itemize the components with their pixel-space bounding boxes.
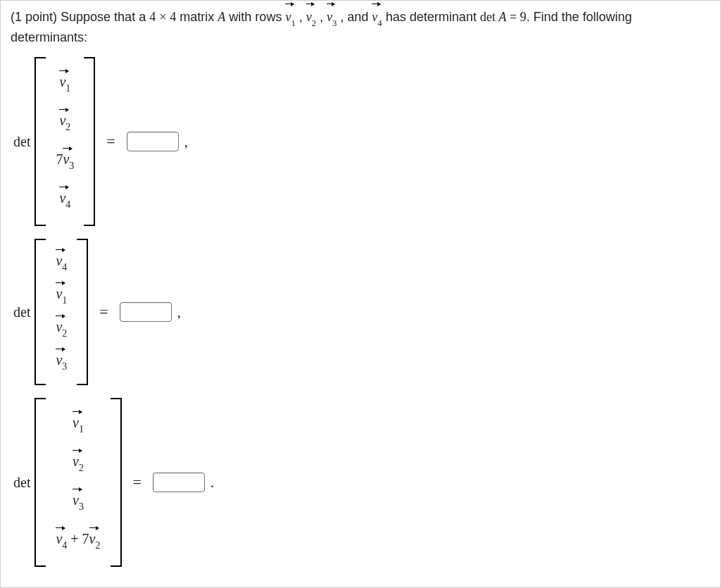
v-sub: 1 bbox=[79, 424, 84, 434]
vector-v1: v1 bbox=[285, 8, 295, 28]
v3-letter: v bbox=[327, 10, 332, 24]
plus-sign: + bbox=[67, 531, 82, 546]
vector-v4: v4 bbox=[372, 8, 382, 28]
matrix-column: v4 v1 v2 v3 bbox=[46, 239, 77, 385]
text-b: matrix bbox=[176, 10, 218, 24]
v-letter: v bbox=[56, 319, 62, 334]
sep-2: , bbox=[316, 10, 327, 24]
sep-1: , bbox=[296, 10, 306, 24]
vector-v4: v4 bbox=[56, 532, 67, 549]
sep-3: , and bbox=[337, 10, 372, 24]
equals-sign: = bbox=[133, 473, 142, 492]
det-text: det bbox=[480, 10, 499, 24]
trailing-comma: , bbox=[177, 304, 181, 320]
matrix-3: v1 v2 v3 v4 + 7v2 bbox=[35, 398, 121, 567]
trailing-period: . bbox=[211, 475, 214, 491]
v1-sub: 1 bbox=[291, 18, 295, 28]
det-label: det bbox=[13, 134, 30, 150]
matrix-row: v1 bbox=[51, 405, 104, 444]
v-letter: v bbox=[59, 190, 65, 206]
v-letter: v bbox=[56, 352, 62, 368]
v-letter: v bbox=[56, 286, 62, 301]
matrix-1: v1 v2 7v3 v4 bbox=[35, 57, 95, 226]
vector-v1: v1 bbox=[73, 415, 84, 433]
points-label: (1 point) bbox=[11, 10, 61, 24]
left-bracket-icon bbox=[35, 57, 46, 226]
vector-v3: v3 bbox=[56, 353, 67, 370]
matrix-row: v2 bbox=[51, 312, 71, 345]
matrix-row: v1 bbox=[51, 279, 71, 312]
vector-v4: v4 bbox=[59, 191, 70, 208]
times-symbol: × bbox=[159, 10, 166, 24]
vector-v2: v2 bbox=[306, 8, 316, 28]
vector-v1: v1 bbox=[59, 75, 70, 92]
answer-input-2[interactable] bbox=[120, 302, 172, 322]
matrix-name-a: A bbox=[218, 10, 225, 24]
v-sub: 3 bbox=[62, 361, 67, 372]
vector-v2: v2 bbox=[73, 454, 84, 472]
right-bracket-icon bbox=[111, 398, 122, 567]
right-bracket-icon bbox=[84, 57, 95, 226]
trailing-comma: , bbox=[184, 134, 188, 150]
v-sub: 4 bbox=[65, 199, 70, 210]
det-label: det bbox=[13, 304, 30, 320]
v-letter: v bbox=[89, 531, 96, 546]
problem-statement: (1 point) Suppose that a 4 × 4 matrix A … bbox=[11, 8, 710, 47]
v-letter: v bbox=[63, 151, 69, 167]
matrix-row: 7v3 bbox=[51, 142, 78, 180]
equals-sign: = bbox=[99, 303, 108, 321]
v-sub: 1 bbox=[62, 295, 67, 306]
v2-letter: v bbox=[306, 10, 312, 24]
v-letter: v bbox=[73, 492, 79, 508]
vector-v2: v2 bbox=[56, 320, 67, 337]
problem-page: (1 point) Suppose that a 4 × 4 matrix A … bbox=[0, 0, 721, 588]
vector-v1: v1 bbox=[56, 287, 67, 304]
matrix-column: v1 v2 v3 v4 + 7v2 bbox=[46, 398, 110, 567]
scalar: 7 bbox=[56, 151, 63, 167]
answer-input-3[interactable] bbox=[153, 473, 205, 492]
v-sub: 2 bbox=[79, 463, 84, 473]
v-sub: 2 bbox=[96, 540, 101, 551]
matrix-row: v1 bbox=[51, 64, 78, 103]
matrix-row: v4 bbox=[51, 246, 71, 279]
v-letter: v bbox=[59, 113, 65, 128]
v-sub: 2 bbox=[62, 328, 67, 339]
matrix-row: v4 + 7v2 bbox=[51, 521, 104, 560]
vector-v3: v3 bbox=[327, 8, 337, 28]
matrix-row: v2 bbox=[51, 444, 104, 482]
v-letter: v bbox=[73, 453, 79, 469]
dim-2: 4 bbox=[170, 10, 176, 24]
determinant-question-2: det v4 v1 v2 v3 = , bbox=[13, 239, 710, 385]
matrix-row: v4 bbox=[51, 180, 78, 219]
v-sub: 4 bbox=[62, 262, 67, 273]
vector-v2: v2 bbox=[89, 532, 101, 549]
v4-sub: 4 bbox=[377, 18, 382, 28]
matrix-row: v2 bbox=[51, 103, 78, 142]
det-label: det bbox=[13, 475, 30, 491]
text-c: with rows bbox=[225, 10, 285, 24]
v-sub: 4 bbox=[62, 540, 67, 551]
v-sub: 3 bbox=[79, 501, 84, 512]
vector-v2: v2 bbox=[59, 113, 70, 131]
v-sub: 3 bbox=[69, 161, 74, 171]
eq-symbol: = bbox=[506, 10, 520, 24]
determinant-question-1: det v1 v2 7v3 v4 = , bbox=[13, 57, 710, 226]
matrix-row: v3 bbox=[51, 482, 104, 521]
v-sub: 1 bbox=[65, 83, 70, 94]
answer-input-1[interactable] bbox=[127, 132, 179, 151]
right-bracket-icon bbox=[77, 239, 88, 385]
matrix-name-a2: A bbox=[499, 10, 506, 24]
matrix-row: v3 bbox=[51, 345, 71, 378]
vector-v3: v3 bbox=[63, 152, 74, 170]
v-letter: v bbox=[56, 253, 62, 268]
equals-sign: = bbox=[106, 132, 115, 151]
matrix-column: v1 v2 7v3 v4 bbox=[46, 57, 84, 226]
matrix-2: v4 v1 v2 v3 bbox=[35, 239, 88, 385]
text-a: Suppose that a bbox=[61, 10, 149, 24]
left-bracket-icon bbox=[35, 398, 46, 567]
v-letter: v bbox=[73, 415, 79, 430]
text-d: has determinant bbox=[382, 10, 480, 24]
left-bracket-icon bbox=[35, 239, 46, 385]
v3-sub: 3 bbox=[332, 18, 337, 28]
scalar: 7 bbox=[82, 531, 89, 546]
